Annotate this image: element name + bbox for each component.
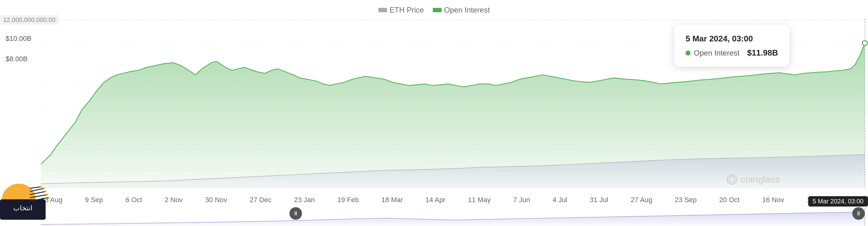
x-label-27aug: 27 Aug	[631, 196, 652, 204]
eth-price-legend: ETH Price	[378, 6, 424, 14]
coinglass-text: coinglass	[741, 174, 780, 185]
tooltip-dot	[685, 50, 690, 55]
x-label-31jul: 31 Jul	[590, 196, 609, 204]
x-label-30nov: 30 Nov	[205, 196, 227, 204]
open-interest-legend: Open Interest	[433, 6, 490, 14]
tooltip-label-text: Open Interest	[694, 49, 739, 58]
chart-tooltip: 5 Mar 2024, 03:00 Open Interest $11.98B	[674, 25, 789, 67]
pause-icon-right: ⏸	[856, 210, 861, 217]
y-axis-8b: $8.00B	[6, 55, 28, 63]
x-label-18mar: 18 Mar	[381, 196, 403, 204]
logo-svg: انتخاب	[0, 170, 50, 220]
x-label-6oct: 6 Oct	[126, 196, 142, 204]
tooltip-value: $11.98B	[747, 48, 778, 58]
coinglass-watermark: coinglass	[726, 174, 780, 185]
x-label-14apr: 14 Apr	[425, 196, 445, 204]
cursor-dot	[862, 40, 867, 45]
chart-legend: ETH Price Open Interest	[378, 6, 490, 14]
x-label-7jun: 7 Jun	[513, 196, 530, 204]
y-axis-10b: $10.00B	[6, 35, 31, 43]
svg-text:انتخاب: انتخاب	[13, 204, 32, 212]
x-label-16nov: 16 Nov	[762, 196, 784, 204]
svg-marker-10	[729, 177, 734, 183]
svg-line-15	[30, 187, 41, 188]
svg-point-22	[45, 191, 46, 192]
x-label-9sep: 9 Sep	[85, 196, 103, 204]
svg-point-20	[40, 186, 42, 188]
svg-point-23	[46, 194, 48, 195]
x-label-23jan: 23 Jan	[294, 196, 315, 204]
svg-marker-9	[727, 175, 736, 185]
tooltip-row: Open Interest $11.98B	[685, 48, 778, 58]
pause-button-left[interactable]: ⏸	[289, 207, 302, 220]
x-label-11may: 11 May	[468, 196, 491, 204]
tooltip-open-interest-label: Open Interest	[685, 49, 739, 58]
x-axis: 13 Aug 9 Sep 6 Oct 2 Nov 30 Nov 27 Dec 2…	[41, 196, 868, 204]
mini-chart-area	[41, 205, 868, 226]
cursor-date-label: 5 Mar 2024, 03:00	[808, 196, 868, 206]
open-interest-label: Open Interest	[444, 6, 490, 14]
chart-container: ETH Price Open Interest 12,000,000,000.0…	[0, 0, 868, 226]
svg-point-21	[43, 187, 45, 189]
svg-point-24	[48, 197, 50, 199]
x-label-4jul: 4 Jul	[553, 196, 567, 204]
x-label-23sep: 23 Sep	[675, 196, 697, 204]
pause-icon-left: ⏸	[293, 210, 299, 217]
x-label-27dec: 27 Dec	[249, 196, 272, 204]
x-label-20oct: 20 Oct	[719, 196, 740, 204]
coinglass-icon	[726, 174, 738, 185]
x-label-19feb: 19 Feb	[337, 196, 359, 204]
tooltip-date: 5 Mar 2024, 03:00	[685, 34, 778, 44]
eth-price-label: ETH Price	[390, 6, 424, 14]
mini-chart-svg	[41, 205, 868, 226]
eth-price-swatch	[378, 8, 387, 12]
x-label-2nov: 2 Nov	[164, 196, 183, 204]
mini-chart-area-fill	[41, 212, 865, 226]
open-interest-swatch	[433, 8, 441, 12]
logo-overlay: انتخاب	[0, 170, 50, 220]
pause-button-right[interactable]: ⏸	[852, 207, 865, 220]
